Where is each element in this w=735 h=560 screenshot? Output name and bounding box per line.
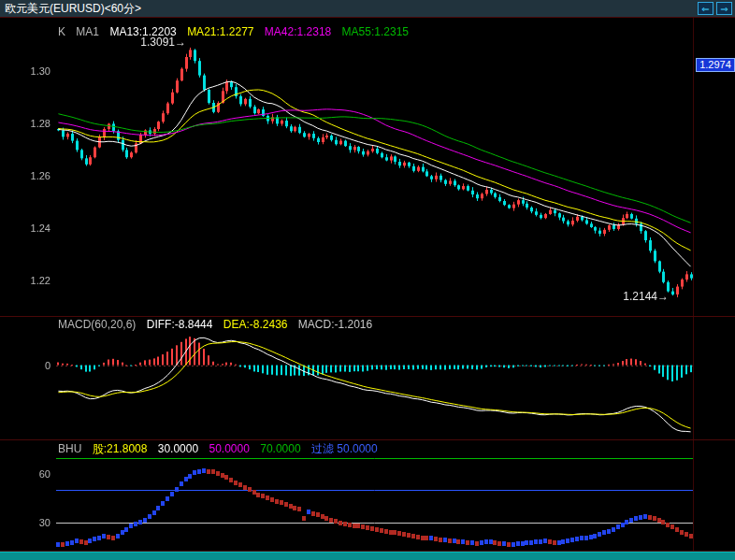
nav-right-button[interactable]: ⇒	[716, 2, 732, 15]
price-panel-legend: K MA1 MA13:1.2203 MA21:1.2277 MA42:1.231…	[58, 25, 416, 38]
price-axis-label: 1.22	[0, 274, 50, 287]
bhu-current-value: 股:21.8008	[93, 442, 148, 455]
ma42-value: MA42:1.2318	[265, 25, 331, 38]
bhu-panel-legend: BHU 股:21.8008 30.0000 50.0000 70.0000 过滤…	[58, 441, 385, 457]
price-panel: K MA1 MA13:1.2203 MA21:1.2277 MA42:1.231…	[0, 17, 735, 316]
bhu-level50-label: 50.0000	[209, 442, 249, 455]
macd-dea-value: DEA:-8.2436	[223, 318, 288, 331]
panel-separator	[0, 439, 735, 440]
macd-diff-value: DIFF:-8.8444	[147, 318, 213, 331]
chart-window: 欧元美元(EURUSD)<60分> ⇐ ⇒ K MA1 MA13:1.2203 …	[0, 0, 735, 560]
window-title: 欧元美元(EURUSD)<60分>	[0, 0, 141, 17]
trough-price-annotation: 1.2144→	[623, 290, 669, 303]
chart-type-label: K	[58, 25, 65, 38]
macd-zero-label: 0	[0, 359, 50, 372]
ma21-value: MA21:1.2277	[187, 25, 253, 38]
price-axis-label: 1.30	[0, 65, 50, 78]
price-axis-label: 1.24	[0, 222, 50, 235]
panel-separator	[0, 551, 735, 552]
nav-buttons: ⇐ ⇒	[698, 2, 732, 15]
bhu-axis-label: 30	[0, 516, 50, 529]
candlestick-chart[interactable]	[0, 17, 735, 316]
macd-panel-legend: MACD(60,20,6) DIFF:-8.8444 DEA:-8.2436 M…	[58, 318, 380, 331]
macd-name-label: MACD(60,20,6)	[58, 318, 136, 331]
macd-chart[interactable]	[0, 316, 735, 439]
price-axis-separator	[693, 17, 694, 551]
panel-separator	[0, 17, 735, 18]
macd-panel: MACD(60,20,6) DIFF:-8.8444 DEA:-8.2436 M…	[0, 316, 735, 439]
peak-price-annotation: 1.3091→	[140, 36, 186, 49]
ma55-value: MA55:1.2315	[342, 25, 409, 38]
price-axis-label: 1.28	[0, 117, 50, 130]
price-axis-label: 1.26	[0, 169, 50, 182]
bhu-axis-label: 60	[0, 467, 50, 481]
bhu-name-label: BHU	[58, 442, 81, 455]
ma-indicator-label: MA1	[76, 25, 99, 38]
status-bar	[0, 552, 735, 560]
bhu-filter-label: 过滤 50.0000	[311, 442, 378, 455]
nav-left-button[interactable]: ⇐	[698, 2, 713, 15]
price-marker-badge: 1.2974	[696, 58, 735, 72]
bhu-level70-label: 70.0000	[260, 442, 300, 455]
title-bar: 欧元美元(EURUSD)<60分> ⇐ ⇒	[0, 0, 735, 17]
bhu-panel: BHU 股:21.8008 30.0000 50.0000 70.0000 过滤…	[0, 439, 735, 552]
bhu-level30-label: 30.0000	[158, 442, 198, 455]
panel-separator	[0, 316, 735, 317]
macd-value: MACD:-1.2016	[298, 318, 372, 331]
